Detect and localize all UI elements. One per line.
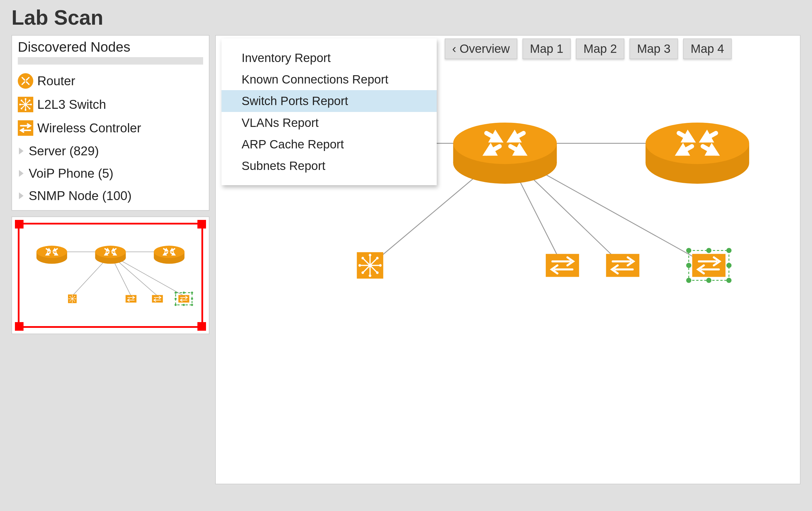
- svg-point-103: [174, 298, 176, 300]
- collapse-triangle-icon: [18, 147, 25, 155]
- dropdown-item-arp-cache[interactable]: ARP Cache Report: [222, 134, 437, 155]
- svg-marker-45: [53, 249, 56, 251]
- minimap-handle-bl[interactable]: [15, 322, 24, 331]
- svg-marker-30: [19, 147, 24, 154]
- svg-point-84: [72, 302, 73, 303]
- svg-point-182: [726, 278, 732, 283]
- svg-point-82: [75, 298, 76, 299]
- node-item-snmp[interactable]: SNMP Node (100): [18, 189, 203, 203]
- collapse-triangle-icon: [18, 169, 25, 178]
- svg-marker-49: [55, 253, 57, 255]
- tab-overview[interactable]: ‹ Overview: [445, 38, 517, 59]
- svg-marker-65: [165, 249, 168, 251]
- svg-point-104: [191, 298, 193, 300]
- svg-point-41: [36, 246, 67, 258]
- node-item-label: L2L3 Switch: [37, 97, 106, 112]
- svg-marker-47: [46, 253, 49, 255]
- svg-point-85: [69, 301, 70, 302]
- svg-rect-168: [606, 254, 639, 277]
- reports-dropdown: Inventory Report Known Connections Repor…: [222, 38, 437, 185]
- dropdown-item-subnets[interactable]: Subnets Report: [222, 155, 437, 176]
- tab-map-3[interactable]: Map 3: [630, 38, 678, 59]
- minimap-panel: [11, 217, 209, 334]
- svg-marker-60: [114, 253, 116, 255]
- svg-point-177: [726, 248, 732, 253]
- minimap-handle-tl[interactable]: [15, 220, 24, 228]
- search-input[interactable]: [18, 57, 203, 65]
- svg-point-26: [29, 108, 30, 109]
- router-icon: [18, 73, 33, 89]
- svg-marker-140: [684, 134, 692, 140]
- svg-point-162: [361, 257, 364, 259]
- tab-map-4[interactable]: Map 4: [683, 38, 732, 59]
- svg-point-179: [726, 263, 732, 268]
- svg-point-161: [358, 264, 361, 267]
- node-item-label: SNMP Node (100): [29, 189, 132, 203]
- svg-marker-144: [679, 147, 687, 153]
- node-item-voip[interactable]: VoiP Phone (5): [18, 166, 203, 180]
- node-item-wireless[interactable]: Wireless Controler: [18, 120, 203, 136]
- node-item-label: VoiP Phone (5): [29, 166, 113, 180]
- node-list: Router L2L3 Switch Wireless Controler: [18, 73, 203, 203]
- minimap-viewport-frame[interactable]: [18, 223, 203, 328]
- svg-point-22: [30, 104, 32, 105]
- svg-marker-43: [48, 249, 50, 251]
- svg-point-63: [154, 246, 184, 258]
- wireless-icon: [18, 120, 33, 136]
- svg-marker-58: [105, 253, 107, 255]
- svg-point-20: [25, 109, 26, 111]
- svg-point-181: [706, 278, 711, 283]
- svg-point-106: [183, 304, 185, 306]
- svg-marker-142: [703, 134, 710, 140]
- svg-rect-171: [692, 254, 725, 277]
- svg-marker-146: [708, 147, 716, 153]
- svg-point-24: [29, 100, 30, 101]
- svg-point-127: [453, 122, 557, 164]
- svg-marker-32: [19, 192, 24, 199]
- switch-icon: [18, 97, 33, 112]
- svg-marker-69: [164, 253, 166, 255]
- svg-point-107: [191, 304, 193, 306]
- svg-marker-31: [19, 170, 24, 177]
- svg-marker-71: [172, 253, 175, 255]
- svg-marker-131: [511, 134, 518, 140]
- svg-point-89: [74, 296, 75, 297]
- svg-rect-165: [546, 254, 579, 277]
- svg-point-88: [72, 295, 73, 296]
- svg-point-138: [645, 122, 749, 164]
- node-item-label: Wireless Controler: [37, 121, 141, 135]
- dropdown-item-vlans[interactable]: VLANs Report: [222, 112, 437, 134]
- node-item-router[interactable]: Router: [18, 73, 203, 89]
- page-title: Lab Scan: [11, 6, 801, 29]
- dropdown-item-inventory[interactable]: Inventory Report: [222, 47, 437, 68]
- svg-point-21: [19, 104, 21, 105]
- svg-point-86: [68, 298, 69, 299]
- svg-point-102: [191, 292, 193, 294]
- collapse-triangle-icon: [18, 192, 25, 200]
- minimap-handle-tr[interactable]: [197, 220, 206, 228]
- svg-marker-67: [171, 249, 173, 251]
- node-item-server[interactable]: Server (829): [18, 144, 203, 158]
- dropdown-item-switch-ports[interactable]: Switch Ports Report: [222, 90, 437, 112]
- minimap-handle-br[interactable]: [197, 322, 206, 331]
- workspace: Discovered Nodes Router L2L3 Switch: [11, 35, 801, 484]
- svg-point-0: [18, 73, 33, 89]
- svg-rect-93: [152, 295, 163, 303]
- discovered-nodes-title: Discovered Nodes: [18, 39, 203, 55]
- svg-point-100: [174, 292, 176, 294]
- tab-map-2[interactable]: Map 2: [576, 38, 625, 59]
- svg-point-52: [95, 246, 126, 258]
- svg-marker-54: [107, 249, 109, 251]
- svg-point-160: [361, 271, 364, 274]
- svg-marker-129: [492, 134, 499, 140]
- dropdown-item-known-connections[interactable]: Known Connections Report: [222, 68, 437, 90]
- svg-point-180: [686, 278, 691, 283]
- svg-point-178: [686, 263, 691, 268]
- canvas-area[interactable]: ‹ Overview Map 1 Map 2 Map 3 Map 4 Inven…: [215, 35, 801, 484]
- svg-point-25: [21, 108, 22, 109]
- svg-marker-133: [486, 147, 494, 153]
- svg-marker-135: [516, 147, 524, 153]
- tab-map-1[interactable]: Map 1: [522, 38, 571, 59]
- node-item-switch[interactable]: L2L3 Switch: [18, 97, 203, 112]
- svg-point-164: [376, 257, 379, 259]
